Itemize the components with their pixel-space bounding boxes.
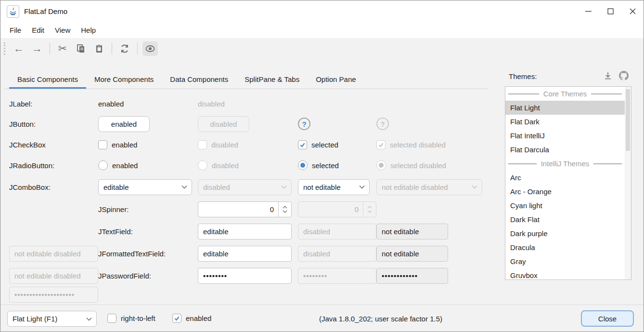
close-button[interactable]: Close — [581, 310, 634, 327]
title-bar: FlatLaf Demo — [0, 0, 644, 22]
theme-switcher-combobox[interactable]: Flat Light (F1) — [7, 311, 97, 327]
forward-arrow-icon: → — [32, 43, 42, 54]
formatted-textfield-not-editable[interactable]: not editable — [376, 246, 448, 262]
theme-item-dark-flat[interactable]: Dark Flat — [505, 212, 625, 226]
textfield-disabled: disabled — [298, 224, 376, 239]
tab-basic-components[interactable]: Basic Components — [9, 71, 86, 89]
paste-button[interactable] — [91, 41, 107, 56]
jspinner-row-label: JSpinner: — [98, 198, 198, 220]
toolbar-grip-handle[interactable] — [4, 42, 5, 55]
combobox-not-editable[interactable]: not editable — [298, 179, 370, 195]
radio-enabled[interactable] — [98, 160, 108, 170]
spinner-value[interactable]: 0 — [198, 205, 278, 213]
checkbox-selected[interactable] — [298, 140, 307, 149]
java-app-icon — [7, 5, 19, 18]
themes-scrollbar[interactable] — [625, 87, 631, 279]
cut-button[interactable]: ✂ — [55, 41, 70, 56]
scissors-icon: ✂ — [58, 43, 67, 54]
close-window-button[interactable] — [621, 0, 644, 22]
theme-item-dark-purple[interactable]: Dark purple — [505, 226, 625, 240]
themes-list: Core Themes Flat Light Flat Dark Flat In… — [505, 86, 631, 280]
theme-item-flat-darcula[interactable]: Flat Darcula — [505, 143, 625, 157]
tab-option-pane[interactable]: Option Pane — [308, 71, 364, 89]
radio-selected-disabled — [376, 160, 386, 170]
tab-splitpane-tabs[interactable]: SplitPane & Tabs — [236, 71, 308, 89]
github-icon[interactable] — [619, 71, 629, 80]
enabled-checkbox[interactable] — [172, 314, 181, 323]
combobox-editable[interactable]: editable — [98, 179, 192, 195]
spinner-up-icon — [367, 206, 372, 209]
status-bar: Flat Light (F1) right-to-left enabled (J… — [0, 305, 644, 332]
passwordfield-enabled[interactable]: •••••••• — [198, 268, 292, 284]
theme-item-dracula[interactable]: Dracula — [505, 240, 625, 254]
toolbar-separator — [112, 43, 112, 54]
jpasswordfield-row-label: JPasswordField: — [98, 265, 198, 287]
formatted-textfield-editable[interactable]: editable — [198, 246, 292, 262]
theme-item-cyan-light[interactable]: Cyan light — [505, 199, 625, 212]
component-tabs: Basic Components More Components Data Co… — [9, 71, 364, 89]
refresh-button[interactable] — [117, 41, 132, 56]
theme-item-arc-orange[interactable]: Arc - Orange — [505, 185, 625, 199]
jlabel-enabled: enabled — [98, 94, 198, 113]
refresh-icon — [120, 44, 129, 53]
chevron-down-icon — [359, 185, 365, 189]
toolbar-separator — [50, 43, 50, 54]
passwordfield-not-editable[interactable]: •••••••••••• — [376, 268, 448, 284]
tool-bar: ← → ✂ — [0, 38, 644, 59]
enabled-button[interactable]: enabled — [98, 116, 150, 132]
formatted-textfield-not-editable-disabled: not editable disabled — [9, 268, 98, 284]
textfield-not-editable[interactable]: not editable — [376, 224, 448, 239]
passwordfield-not-editable-disabled: •••••••••••••••••••• — [9, 287, 98, 303]
copy-button[interactable] — [73, 41, 89, 56]
disabled-button: disabled — [198, 116, 249, 132]
right-to-left-checkbox[interactable] — [107, 314, 116, 323]
chevron-down-icon — [281, 185, 287, 189]
core-themes-separator: Core Themes — [505, 87, 625, 101]
download-icon[interactable] — [604, 71, 612, 80]
theme-item-flat-dark[interactable]: Flat Dark — [505, 115, 625, 129]
theme-item-flat-intellij[interactable]: Flat IntelliJ — [505, 129, 625, 143]
tab-data-components[interactable]: Data Components — [162, 71, 236, 89]
spinner-enabled[interactable]: 0 — [198, 201, 292, 217]
spinner-up-icon — [283, 206, 287, 209]
menu-help[interactable]: Help — [76, 22, 101, 38]
radio-selected[interactable] — [298, 160, 308, 170]
menu-file[interactable]: File — [4, 22, 26, 38]
enabled-label: enabled — [186, 314, 211, 322]
help-button[interactable]: ? — [298, 118, 310, 130]
show-hidden-toggle-button[interactable] — [142, 41, 158, 56]
theme-item-arc[interactable]: Arc — [505, 171, 625, 185]
copy-icon — [76, 44, 86, 53]
java-version-info: (Java 1.8.0_202; user scale factor 1.5) — [319, 315, 442, 323]
minimize-button[interactable] — [577, 0, 599, 22]
maximize-button[interactable] — [599, 0, 621, 22]
jtextfield-row-label: JTextField: — [98, 220, 198, 242]
theme-item-gray[interactable]: Gray — [505, 254, 625, 268]
theme-item-gruvbox[interactable]: Gruvbox — [505, 268, 625, 280]
theme-item-flat-light[interactable]: Flat Light — [505, 101, 625, 115]
jlabel-row-label: JLabel: — [9, 94, 98, 113]
forward-button[interactable]: → — [29, 41, 45, 56]
checkbox-selected-label: selected — [311, 141, 338, 149]
chevron-down-icon — [86, 317, 92, 321]
spinner-disabled-value: 0 — [298, 205, 363, 213]
jcheckbox-row-label: JCheckBox — [9, 134, 98, 155]
menu-view[interactable]: View — [50, 22, 76, 38]
menu-edit[interactable]: Edit — [26, 22, 50, 38]
back-button[interactable]: ← — [11, 41, 26, 56]
textfield-editable[interactable]: editable — [198, 224, 292, 239]
spinner-arrows[interactable] — [278, 202, 291, 217]
checkbox-enabled[interactable] — [98, 140, 107, 149]
tab-more-components[interactable]: More Components — [86, 71, 162, 89]
radio-disabled — [198, 160, 207, 170]
checkbox-disabled-label: disabled — [211, 141, 238, 149]
themes-label: Themes: — [509, 72, 537, 80]
basic-components-grid: JLabel: enabled disabled JButton: enable… — [9, 94, 492, 303]
checkmark-icon — [174, 315, 180, 321]
chevron-down-icon — [181, 185, 187, 189]
tab-separator-line — [4, 89, 488, 89]
jformattedtextfield-row-label: JFormattedTextField: — [98, 242, 198, 265]
spinner-down-icon — [283, 210, 287, 213]
spinner-arrows — [363, 202, 376, 217]
scrollbar-thumb[interactable] — [626, 89, 630, 151]
